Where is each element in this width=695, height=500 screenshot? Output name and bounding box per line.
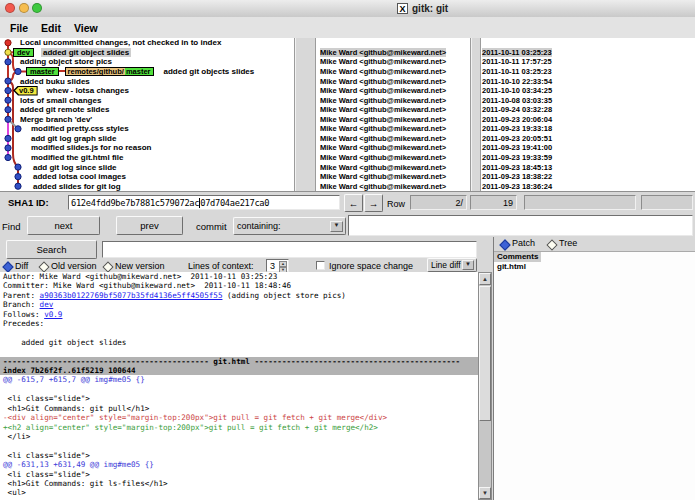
date-row[interactable]: 2011-09-23 18:36:24 [479,181,695,191]
commit-row[interactable]: v0.9whew - lotsa changes [0,86,294,96]
author-row[interactable]: Mike Ward <github@mikeward.net> [314,172,470,182]
commit-link[interactable]: a90363b0122769bf5077b35fd4136e5ff4505f55 [40,291,223,300]
commit-subject[interactable]: added git objects slides [161,67,256,76]
lines-of-context-spinner[interactable]: 3 ▲ ▼ [266,259,289,272]
commit-subject[interactable]: modified slides.js for no reason [29,143,153,152]
commit-row[interactable]: modified pretty.css styles [0,124,294,134]
sha1-input[interactable]: 612e4fdd9be7b7881c579072ac07d704ae217ca0 [68,195,340,210]
author-row[interactable]: Mike Ward <github@mikeward.net> [314,153,470,163]
commit-row[interactable]: Merge branch 'dev' [0,115,294,125]
commit-author-column[interactable]: Mike Ward <github@mikeward.net>Mike Ward… [314,38,470,191]
author-row[interactable]: Mike Ward <github@mikeward.net> [314,57,470,67]
commit-subject[interactable]: Merge branch 'dev' [18,115,94,124]
commit-row[interactable]: added lotsa cool images [0,172,294,182]
scroll-down-icon[interactable]: ▼ [479,487,491,499]
commit-subject[interactable]: add git log graph slide [29,134,118,143]
author-row[interactable]: Mike Ward <github@mikeward.net> [314,48,470,58]
author-row[interactable]: Mike Ward <github@mikeward.net> [314,162,470,172]
commit-link[interactable]: v0.9 [44,310,62,319]
find-next-button[interactable]: next [27,216,100,235]
line-diff-dropdown[interactable]: Line diff ▼ [427,258,477,272]
date-row[interactable]: 2011-09-23 20:06:04 [479,115,695,125]
author-row[interactable]: Mike Ward <github@mikeward.net> [314,76,470,86]
author-row[interactable]: Mike Ward <github@mikeward.net> [314,134,470,144]
date-row[interactable]: 2011-09-23 19:33:59 [479,153,695,163]
commit-row[interactable]: added slides for git log [0,181,294,191]
author-row[interactable]: Mike Ward <github@mikeward.net> [314,143,470,153]
commit-row[interactable]: Local uncommitted changes, not checked i… [0,38,294,48]
forward-button[interactable]: → [364,194,383,212]
commit-row[interactable]: adding object store pics [0,57,294,67]
diff-search-input[interactable] [102,241,477,258]
commit-row[interactable]: add git log since slide [0,162,294,172]
chevron-down-icon[interactable]: ▼ [462,260,474,270]
chevron-down-icon[interactable]: ▼ [330,221,343,232]
scroll-up-icon[interactable]: ▲ [479,273,491,285]
old-version-radio[interactable] [38,261,49,272]
commit-subject[interactable]: added git object slides [41,48,131,57]
tag-badge[interactable]: v0.9 [13,86,38,96]
commit-row[interactable]: added buku slides [0,76,294,86]
find-string-input[interactable] [348,215,693,236]
title-bar[interactable]: X gitk: git [0,0,695,18]
commit-row[interactable]: modified the git.html file [0,153,294,163]
commit-row[interactable]: add git log graph slide [0,134,294,144]
date-row[interactable]: 2011-10-11 03:25:23 [479,48,695,58]
date-row[interactable]: 2011-09-24 03:32:28 [479,105,695,115]
author-row[interactable]: Mike Ward <github@mikeward.net> [314,105,470,115]
commit-row[interactable]: lots of small changes [0,95,294,105]
date-row[interactable]: 2011-09-23 18:45:13 [479,162,695,172]
patch-radio[interactable] [499,239,510,250]
date-row[interactable]: 2011-10-10 22:33:54 [479,76,695,86]
author-row[interactable]: Mike Ward <github@mikeward.net> [314,86,470,96]
commit-subject-column[interactable]: Local uncommitted changes, not checked i… [0,38,294,191]
branch-badge[interactable]: dev [13,48,34,57]
author-row[interactable]: Mike Ward <github@mikeward.net> [314,95,470,105]
zoom-window-icon[interactable] [32,3,42,13]
ignore-space-checkbox[interactable] [316,261,325,270]
date-row[interactable]: 2011-10-08 03:03:35 [479,95,695,105]
scrollbar-thumb[interactable] [479,286,491,421]
remote-ref-badge[interactable]: remotes/github/master [65,67,155,76]
column-sash-subject-author[interactable] [294,38,316,191]
commit-details-pane[interactable]: Author: Mike Ward <github@mikeward.net> … [0,272,478,500]
commit-row[interactable]: modified slides.js for no reason [0,143,294,153]
date-row[interactable]: 2011-10-10 03:34:25 [479,86,695,96]
menu-edit[interactable]: Edit [41,22,61,34]
commit-link[interactable]: dev [40,300,54,309]
menu-view[interactable]: View [74,22,98,34]
file-item[interactable]: git.html [494,262,529,272]
commit-date-column[interactable]: 2011-10-11 03:25:232011-10-11 17:57:2520… [479,38,695,191]
date-row[interactable]: 2011-09-23 18:38:22 [479,172,695,182]
author-row[interactable]: Mike Ward <github@mikeward.net> [314,181,470,191]
commit-subject[interactable]: whew - lotsa changes [45,86,131,95]
menu-file[interactable]: File [10,22,28,34]
commit-subject[interactable]: added slides for git log [31,182,123,191]
new-version-radio[interactable] [102,261,113,272]
date-row[interactable]: 2011-10-11 17:57:25 [479,57,695,67]
author-row[interactable] [314,38,470,48]
search-button[interactable]: Search [6,240,97,259]
date-row[interactable]: 2011-09-23 19:33:18 [479,124,695,134]
commit-subject[interactable]: added buku slides [18,77,92,86]
file-item[interactable]: Comments [494,252,541,262]
containing-dropdown[interactable]: containing: ▼ [233,217,346,235]
commit-subject[interactable]: modified pretty.css styles [29,124,131,133]
commit-subject[interactable]: adding object store pics [18,57,114,66]
details-scrollbar[interactable]: ▲ ▼ [478,272,492,500]
commit-row[interactable]: masterremotes/github/masteradded git obj… [0,67,294,77]
commit-subject[interactable]: Local uncommitted changes, not checked i… [18,38,223,47]
commit-subject[interactable]: add git log since slide [31,163,119,172]
spinner-buttons[interactable]: ▲ ▼ [279,261,287,270]
find-prev-button[interactable]: prev [116,216,183,235]
commit-row[interactable]: added git remote slides [0,105,294,115]
back-button[interactable]: ← [344,194,363,212]
author-row[interactable]: Mike Ward <github@mikeward.net> [314,67,470,77]
author-row[interactable]: Mike Ward <github@mikeward.net> [314,115,470,125]
tree-radio[interactable] [546,239,557,250]
diff-radio[interactable] [2,261,13,272]
minimize-window-icon[interactable] [19,3,29,13]
author-row[interactable]: Mike Ward <github@mikeward.net> [314,124,470,134]
branch-badge[interactable]: master [26,67,59,76]
commit-subject[interactable]: added git remote slides [18,105,111,114]
